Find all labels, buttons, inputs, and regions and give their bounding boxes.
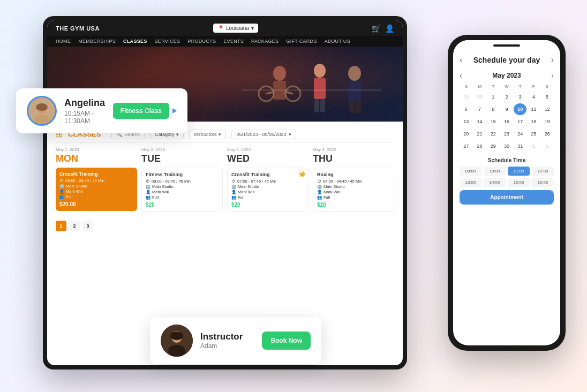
capacity-icon: 👥 [231, 195, 236, 200]
cal-day[interactable]: 21 [473, 128, 486, 140]
nav-gift-cards[interactable]: GIFT CARDS [286, 39, 317, 44]
svg-rect-12 [349, 101, 355, 113]
studio-icon: 🏢 [231, 184, 236, 189]
svg-point-18 [36, 103, 48, 111]
cal-day[interactable]: 19 [541, 116, 554, 127]
cal-day[interactable]: 6 [460, 103, 472, 115]
tablet-screen: THE GYM USA 📍 Louisiana ▾ 🛒 👤 HOME MEMBE… [47, 20, 403, 365]
angelina-name: Angelina [64, 97, 106, 109]
tablet-nav: HOME MEMBERSHIPS CLASSES SERVICES PRODUC… [47, 36, 403, 47]
nav-events[interactable]: EVENTS [223, 39, 244, 44]
date-filter[interactable]: 05/1/2023 - 05/05/2023 ▾ [231, 130, 296, 139]
crown-icon: 👑 [299, 171, 305, 177]
instructor-card: Instructor Adam Book Now [150, 317, 321, 364]
clock-icon: ⏱ [146, 179, 150, 184]
class-card-wed[interactable]: 👑 Crossfit Training ⏱ 07:00 - 07:45 / 45… [227, 168, 308, 212]
time-slot-0900[interactable]: 09:00 [460, 167, 481, 176]
time-slot-1600[interactable]: 16:00 [532, 178, 554, 187]
cal-day[interactable]: 17 [514, 116, 526, 127]
tablet-device: THE GYM USA 📍 Louisiana ▾ 🛒 👤 HOME MEMBE… [43, 16, 407, 370]
cal-prev-button[interactable]: ‹ [460, 71, 462, 80]
nav-services[interactable]: SERVICES [155, 39, 180, 44]
book-now-button[interactable]: Book Now [262, 331, 311, 350]
nav-about-us[interactable]: ABOUT US [325, 39, 350, 44]
time-slot-1100[interactable]: 11:00 [508, 167, 530, 176]
fitness-class-badge[interactable]: Fitness Class [113, 103, 169, 119]
cal-day[interactable]: 29 [460, 91, 472, 103]
cal-day[interactable]: 20 [460, 128, 472, 140]
schedule-wed: May 3, 2023 WED 👑 Crossfit Training ⏱ 07… [227, 147, 308, 212]
instructor-icon: 👤 [231, 190, 236, 194]
cal-day[interactable]: 28 [473, 140, 486, 152]
instructor-icon: 👤 [59, 189, 64, 194]
cal-day[interactable]: 14 [473, 116, 486, 127]
cal-day[interactable]: 3 [514, 91, 526, 103]
cal-day[interactable]: 11 [527, 103, 540, 115]
time-slot-1200[interactable]: 12:00 [532, 167, 554, 176]
cal-day[interactable]: 4 [527, 91, 540, 103]
phone-notch-bar [493, 44, 520, 47]
cal-day[interactable]: 7 [473, 103, 486, 115]
svg-point-0 [273, 66, 286, 81]
chevron-down-icon: ▾ [219, 132, 221, 137]
nav-classes[interactable]: CLASSES [123, 39, 147, 44]
cal-day[interactable]: 30 [473, 91, 486, 103]
page-2-button[interactable]: 2 [69, 221, 80, 231]
cal-day-today[interactable]: 10 [514, 103, 526, 115]
time-slot-1400[interactable]: 14:00 [484, 178, 506, 187]
nav-products[interactable]: PRODUCTS [187, 39, 216, 44]
cal-day[interactable]: 29 [487, 140, 500, 152]
schedule-tue: May 2, 2023 TUE Fitness Training ⏱ 09:00… [141, 147, 223, 212]
calendar-month-header: ‹ May 2023 › [460, 71, 554, 80]
svg-line-5 [286, 92, 293, 94]
cal-day[interactable]: 9 [500, 103, 513, 115]
angelina-card: Angelina 10:15AM - 11:30AM Fitness Class [16, 88, 187, 133]
page-1-button[interactable]: 1 [56, 221, 66, 231]
cal-day[interactable]: 27 [460, 140, 472, 152]
cart-icon[interactable]: 🛒 [372, 24, 381, 33]
appointment-button[interactable]: Appointment [460, 190, 554, 205]
cal-day[interactable]: 8 [487, 103, 500, 115]
cal-day[interactable]: 25 [527, 128, 540, 140]
cal-day[interactable]: 1 [487, 91, 500, 103]
time-slot-1500[interactable]: 15:00 [508, 178, 530, 187]
class-card-mon[interactable]: Crossfit Training ⏱ 08:00 - 08:45 / 45 M… [56, 168, 137, 211]
cal-day[interactable]: 1 [527, 140, 540, 152]
cal-day[interactable]: 18 [527, 116, 540, 127]
cal-day[interactable]: 23 [500, 128, 513, 140]
phone-back-button[interactable]: ‹ [460, 55, 462, 65]
cal-day[interactable]: 31 [514, 140, 526, 152]
instructor-info: Instructor Adam [200, 331, 254, 350]
cal-day[interactable]: 5 [541, 91, 554, 103]
angelina-avatar [27, 96, 57, 126]
cal-day[interactable]: 13 [460, 116, 472, 127]
cal-next-button[interactable]: › [551, 71, 554, 80]
pagination: 1 2 3 [56, 216, 394, 236]
cal-day[interactable]: 26 [541, 128, 554, 140]
svg-rect-13 [356, 101, 361, 113]
nav-memberships[interactable]: MEMBERSHIPS [78, 39, 116, 44]
time-slot-1000[interactable]: 10:00 [484, 167, 506, 176]
time-slot-1300[interactable]: 13:00 [460, 178, 481, 187]
cal-day[interactable]: 16 [500, 116, 513, 127]
user-icon[interactable]: 👤 [385, 24, 394, 33]
cal-day[interactable]: 12 [541, 103, 554, 115]
time-slots-grid: 09:00 10:00 11:00 12:00 13:00 14:00 15:0… [460, 167, 554, 187]
nav-packages[interactable]: PACKAGES [251, 39, 279, 44]
angelina-time: 10:15AM - 11:30AM [64, 110, 106, 125]
cal-day[interactable]: 24 [514, 128, 526, 140]
cal-day[interactable]: 30 [500, 140, 513, 152]
nav-home[interactable]: HOME [56, 39, 71, 44]
cal-day[interactable]: 22 [487, 128, 500, 140]
instructors-filter[interactable]: Instructors ▾ [189, 130, 226, 139]
page-3-button[interactable]: 3 [82, 221, 93, 231]
class-card-tue[interactable]: Fitness Training ⏱ 09:00 - 09:45 / 45 Mi… [141, 168, 223, 212]
cal-day[interactable]: 2 [541, 140, 554, 152]
capacity-icon: 👥 [59, 194, 64, 199]
hero-graphic [237, 47, 397, 116]
phone-forward-button[interactable]: › [551, 55, 554, 65]
class-card-thu[interactable]: Boxing ⏱ 04:00 - 04:45 / 45 Min 🏢 Main S… [313, 168, 394, 212]
tablet-location[interactable]: 📍 Louisiana ▾ [213, 24, 258, 33]
cal-day[interactable]: 2 [500, 91, 513, 103]
cal-day[interactable]: 15 [487, 116, 500, 127]
